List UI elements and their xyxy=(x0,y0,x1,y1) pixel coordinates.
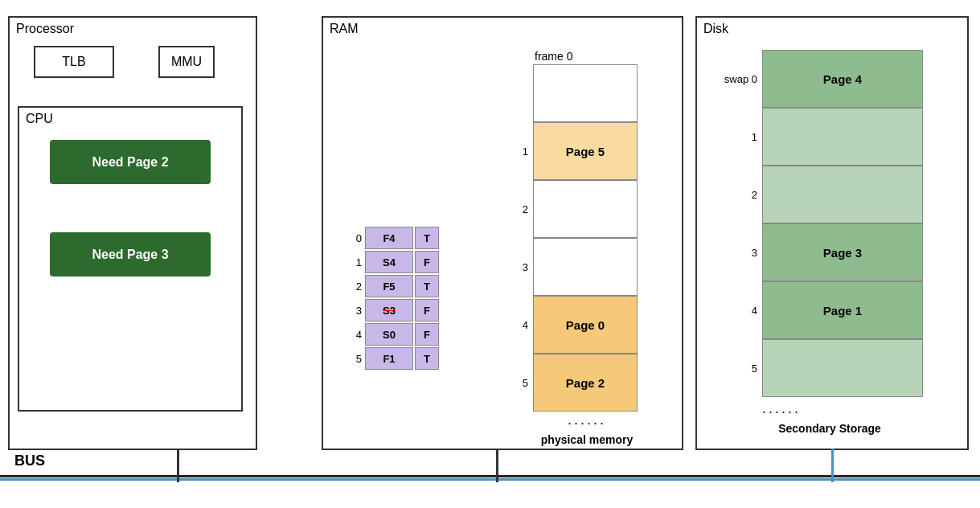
pt-row-0: 0 F4 T xyxy=(347,227,452,249)
pt-valid-5: T xyxy=(415,347,439,370)
mmu-box: MMU xyxy=(158,46,215,78)
frame-row-2: 2 xyxy=(512,180,641,238)
swap-row-4: 4 Page 1 xyxy=(717,281,942,339)
swap-row-0: swap 0 Page 4 xyxy=(717,50,942,108)
pt-row-3: 3 S3 F xyxy=(347,299,452,322)
frame-cell-5: Page 2 xyxy=(533,354,638,412)
frame-0-label: frame 0 xyxy=(535,50,639,63)
pt-frame-0: F4 xyxy=(365,227,413,249)
swap-cell-3: Page 3 xyxy=(762,223,923,281)
vert-line-processor xyxy=(177,449,179,482)
frame-cell-1: Page 5 xyxy=(533,122,638,180)
ram-dots: ...... xyxy=(512,412,641,428)
physical-memory: frame 0 1 Page 5 2 3 xyxy=(512,50,641,446)
frame-cell-3 xyxy=(533,238,638,296)
need-page-2-button[interactable]: Need Page 2 xyxy=(50,140,211,184)
frame-cell-4: Page 0 xyxy=(533,296,638,354)
tlb-box: TLB xyxy=(34,46,114,78)
pt-valid-2: T xyxy=(415,275,439,297)
swap-cell-1 xyxy=(762,108,923,166)
swap-row-5: 5 xyxy=(717,339,942,397)
frame-cell-2 xyxy=(533,180,638,238)
frame-row-0 xyxy=(512,64,641,122)
swap-cell-2 xyxy=(762,166,923,223)
frame-row-1: 1 Page 5 xyxy=(512,122,641,180)
main-container: Processor TLB MMU CPU Need Page 2 Need P… xyxy=(0,0,980,508)
swap-row-3: 3 Page 3 xyxy=(717,223,942,281)
swap-row-2: 2 xyxy=(717,166,942,223)
vert-line-disk xyxy=(831,449,834,482)
swap-cell-4: Page 1 xyxy=(762,281,923,339)
tlb-label: TLB xyxy=(62,55,85,69)
processor-label: Processor xyxy=(16,22,74,36)
ram-box: RAM 0 F4 T 1 S4 F 2 F5 T 3 S3 F xyxy=(322,16,683,450)
ram-label: RAM xyxy=(330,22,359,36)
pt-row-5: 5 F1 T xyxy=(347,347,452,370)
pt-frame-1: S4 xyxy=(365,251,413,273)
frame-row-5: 5 Page 2 xyxy=(512,354,641,412)
pt-valid-1: F xyxy=(415,251,439,273)
page-table: 0 F4 T 1 S4 F 2 F5 T 3 S3 F 4 S0 xyxy=(347,227,452,371)
disk-box: Disk swap 0 Page 4 1 2 3 Page 3 xyxy=(695,16,969,450)
frame-cell-0 xyxy=(533,64,638,122)
frame-row-3: 3 xyxy=(512,238,641,296)
pt-frame-4: S0 xyxy=(365,323,413,346)
pt-row-4: 4 S0 F xyxy=(347,323,452,346)
pt-row-2: 2 F5 T xyxy=(347,275,452,297)
pt-frame-3: S3 xyxy=(365,299,413,322)
mmu-label: MMU xyxy=(171,55,202,69)
pt-row-1: 1 S4 F xyxy=(347,251,452,273)
frame-row-4: 4 Page 0 xyxy=(512,296,641,354)
cpu-label: CPU xyxy=(26,112,53,126)
swap-cell-0: Page 4 xyxy=(762,50,923,108)
swap-cell-5 xyxy=(762,339,923,397)
secondary-storage-label: Secondary Storage xyxy=(717,422,942,435)
swap-column: swap 0 Page 4 1 2 3 Page 3 4 Page 1 xyxy=(717,50,942,435)
cpu-inner-box: CPU Need Page 2 Need Page 3 xyxy=(18,106,243,412)
need-page-3-button[interactable]: Need Page 3 xyxy=(50,232,211,277)
processor-box: Processor TLB MMU CPU Need Page 2 Need P… xyxy=(8,16,257,450)
bus-label: BUS xyxy=(14,453,45,469)
vert-line-ram xyxy=(496,449,498,482)
swap-row-1: 1 xyxy=(717,108,942,166)
pt-valid-3: F xyxy=(415,299,439,322)
pt-frame-2: F5 xyxy=(365,275,413,297)
disk-dots: ...... xyxy=(762,400,942,417)
pt-valid-4: F xyxy=(415,323,439,346)
pt-frame-5: F1 xyxy=(365,347,413,370)
pt-valid-0: T xyxy=(415,227,439,249)
disk-label: Disk xyxy=(703,22,728,36)
physical-memory-label: physical memory xyxy=(533,433,641,446)
